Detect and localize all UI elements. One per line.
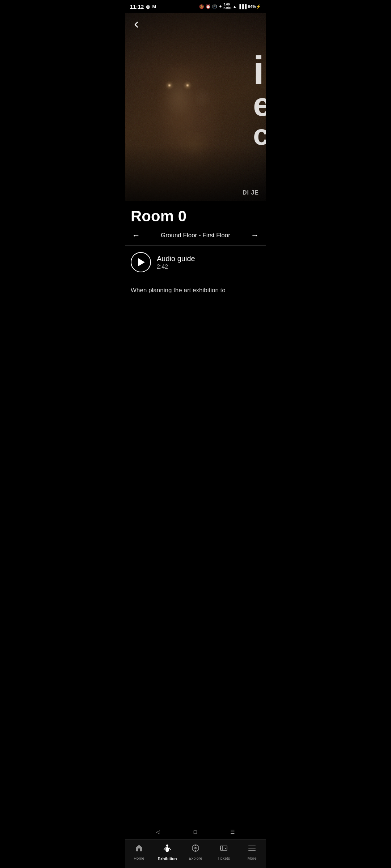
- audio-info: Audio guide 2:42: [157, 255, 195, 270]
- floor-nav-label: Ground Floor - First Floor: [161, 232, 230, 239]
- hero-overlay: [125, 13, 266, 201]
- whatsapp-icon: ◎: [146, 4, 150, 9]
- battery-label: 94%⚡: [248, 4, 261, 9]
- bluetooth-icon: ✦: [219, 4, 222, 9]
- room-title: Room 0: [131, 208, 260, 225]
- back-button[interactable]: [130, 18, 143, 31]
- vibrate-icon: 📳: [212, 4, 217, 9]
- status-time: 11:12: [130, 4, 144, 10]
- hero-overlay-text: i e c: [253, 49, 266, 150]
- gmail-icon: M: [152, 4, 156, 9]
- status-left: 11:12 ◎ M: [130, 4, 156, 10]
- data-speed: 3.00KB/S: [223, 3, 231, 10]
- audio-duration: 2:42: [157, 264, 195, 270]
- hero-watermark: DI JE: [243, 190, 259, 196]
- description-area: When planning the art exhibition to: [125, 279, 266, 299]
- audio-title: Audio guide: [157, 255, 195, 263]
- content-scroll: i e c DI JE Room 0 ← Ground Floor - Firs…: [125, 13, 266, 346]
- audio-guide: Audio guide 2:42: [125, 246, 266, 279]
- floor-nav-next[interactable]: →: [251, 231, 259, 240]
- hero-image: i e c DI JE: [125, 13, 266, 201]
- signal-icon: ▐▐▐: [238, 4, 247, 9]
- status-right: 🔕 ⏰ 📳 ✦ 3.00KB/S ▲ ▐▐▐ 94%⚡: [199, 3, 261, 10]
- description-text: When planning the art exhibition to: [131, 286, 260, 295]
- floor-nav-prev[interactable]: ←: [132, 231, 140, 240]
- chevron-left-icon: [133, 21, 140, 29]
- wifi-icon: ▲: [233, 4, 237, 9]
- play-button[interactable]: [131, 252, 151, 272]
- floor-navigation: ← Ground Floor - First Floor →: [131, 231, 260, 240]
- room-title-area: Room 0 ← Ground Floor - First Floor →: [125, 201, 266, 245]
- notification-icon: 🔕: [199, 4, 204, 9]
- status-bar: 11:12 ◎ M 🔕 ⏰ 📳 ✦ 3.00KB/S ▲ ▐▐▐ 94%⚡: [125, 0, 266, 13]
- alarm-icon: ⏰: [206, 4, 211, 9]
- play-icon: [138, 258, 145, 266]
